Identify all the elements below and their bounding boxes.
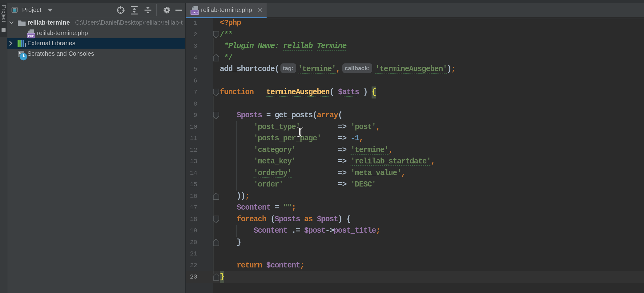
svg-text:PHP: PHP [28, 34, 34, 38]
svg-text:PHP: PHP [191, 11, 198, 14]
